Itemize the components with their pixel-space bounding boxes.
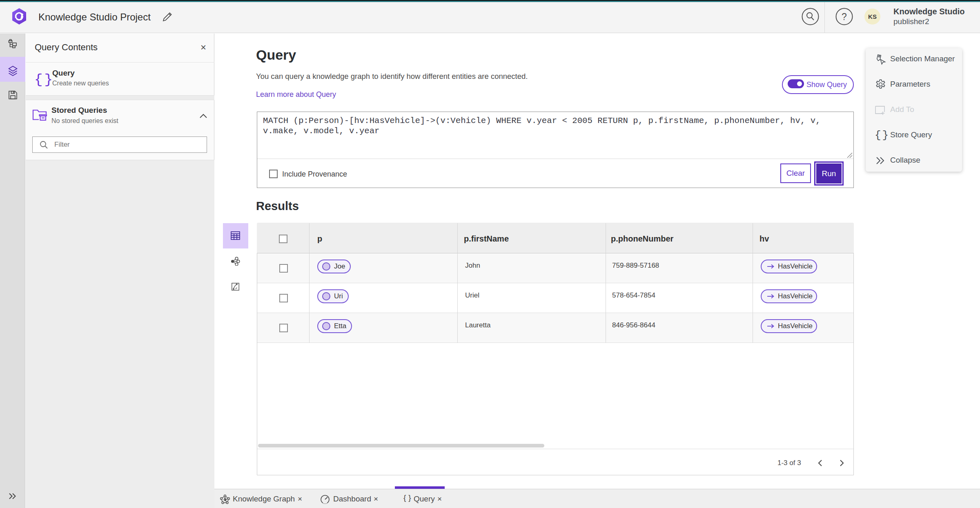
svg-text:?: ? xyxy=(842,11,847,22)
